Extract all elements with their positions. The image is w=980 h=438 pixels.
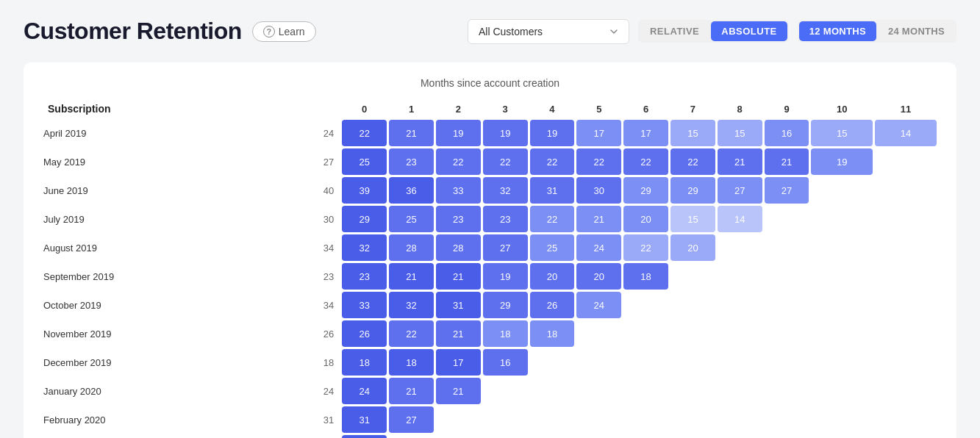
row-label: April 2019 <box>43 120 285 146</box>
cell-10-5 <box>576 406 621 433</box>
row-count: 24 <box>287 120 340 146</box>
cell-10-9 <box>765 406 809 433</box>
cell-11-4 <box>530 435 575 438</box>
row-count: 31 <box>287 406 340 433</box>
cell-1-3: 22 <box>483 148 528 175</box>
cell-11-7 <box>670 435 715 438</box>
cell-5-9 <box>765 263 809 290</box>
cell-2-0: 39 <box>342 177 387 204</box>
cell-4-9 <box>765 234 809 261</box>
table-row: April 201924222119191917171515161514 <box>43 120 937 146</box>
cell-11-11 <box>875 435 937 438</box>
cell-2-10 <box>811 177 873 204</box>
row-count: 24 <box>287 378 340 404</box>
cell-7-5 <box>576 320 621 347</box>
cell-10-10 <box>811 406 873 433</box>
24-months-toggle[interactable]: 24 MONTHS <box>878 21 955 41</box>
cell-11-5 <box>576 435 621 438</box>
cell-1-5: 22 <box>576 148 621 175</box>
cell-6-3: 29 <box>483 292 528 318</box>
relative-toggle[interactable]: RELATIVE <box>640 21 709 41</box>
row-count: 30 <box>287 206 340 232</box>
table-row: December 20191818181716 <box>43 349 937 376</box>
col-header-3: 3 <box>483 100 528 118</box>
cell-0-5: 17 <box>576 120 621 146</box>
cell-3-10 <box>811 206 873 232</box>
cell-7-4: 18 <box>530 320 575 347</box>
row-label: November 2019 <box>43 320 285 347</box>
cell-6-11 <box>875 292 937 318</box>
absolute-toggle[interactable]: ABSOLUTE <box>711 21 787 41</box>
cell-3-4: 22 <box>530 206 575 232</box>
learn-button[interactable]: ? Learn <box>252 21 316 42</box>
cell-4-7: 20 <box>670 234 715 261</box>
cell-0-7: 15 <box>670 120 715 146</box>
cell-8-6 <box>623 349 668 376</box>
cell-10-8 <box>718 406 762 433</box>
row-label: June 2019 <box>43 177 285 204</box>
cell-9-10 <box>811 378 873 404</box>
cell-3-6: 20 <box>623 206 668 232</box>
cell-4-0: 32 <box>342 234 387 261</box>
cell-3-0: 29 <box>342 206 387 232</box>
cell-11-3 <box>483 435 528 438</box>
cell-8-4 <box>530 349 575 376</box>
row-label: August 2019 <box>43 234 285 261</box>
table-row: November 2019262622211818 <box>43 320 937 347</box>
cell-5-7 <box>670 263 715 290</box>
cell-7-3: 18 <box>483 320 528 347</box>
customer-dropdown[interactable]: All Customers <box>468 19 629 44</box>
retention-table: Subscription 01234567891011 April 201924… <box>41 98 939 438</box>
cell-5-10 <box>811 263 873 290</box>
row-count: 29 <box>287 435 340 438</box>
cell-0-3: 19 <box>483 120 528 146</box>
header-left: Customer Retention ? Learn <box>24 18 316 45</box>
cell-3-1: 25 <box>389 206 434 232</box>
cell-10-4 <box>530 406 575 433</box>
cell-5-1: 21 <box>389 263 434 290</box>
cell-6-5: 24 <box>576 292 621 318</box>
row-label: February 2020 <box>43 406 285 433</box>
cell-2-6: 29 <box>623 177 668 204</box>
cell-1-7: 22 <box>670 148 715 175</box>
cell-5-6: 18 <box>623 263 668 290</box>
cell-11-2 <box>436 435 481 438</box>
cell-5-5: 20 <box>576 263 621 290</box>
cell-2-1: 36 <box>389 177 434 204</box>
cell-9-3 <box>483 378 528 404</box>
cell-5-4: 20 <box>530 263 575 290</box>
cell-6-1: 32 <box>389 292 434 318</box>
table-row: September 20192323212119202018 <box>43 263 937 290</box>
cell-11-8 <box>718 435 762 438</box>
row-count: 27 <box>287 148 340 175</box>
cell-7-11 <box>875 320 937 347</box>
question-icon: ? <box>263 26 275 37</box>
cell-0-9: 16 <box>765 120 809 146</box>
col-header-11: 11 <box>875 100 937 118</box>
table-row: March 20202929 <box>43 435 937 438</box>
chevron-down-icon <box>609 27 618 36</box>
cell-4-8 <box>718 234 762 261</box>
cell-1-0: 25 <box>342 148 387 175</box>
col-header-5: 5 <box>576 100 621 118</box>
cell-3-2: 23 <box>436 206 481 232</box>
page: Customer Retention ? Learn All Customers… <box>0 0 980 438</box>
cell-8-9 <box>765 349 809 376</box>
row-label: July 2019 <box>43 206 285 232</box>
cell-8-11 <box>875 349 937 376</box>
cell-4-4: 25 <box>530 234 575 261</box>
cell-1-6: 22 <box>623 148 668 175</box>
cell-2-3: 32 <box>483 177 528 204</box>
cell-8-7 <box>670 349 715 376</box>
cell-3-11 <box>875 206 937 232</box>
cell-0-1: 21 <box>389 120 434 146</box>
cell-4-10 <box>811 234 873 261</box>
view-toggle-group: RELATIVE ABSOLUTE <box>638 20 789 43</box>
12-months-toggle[interactable]: 12 MONTHS <box>799 21 876 41</box>
cell-10-2 <box>436 406 481 433</box>
cell-2-9: 27 <box>765 177 809 204</box>
learn-label: Learn <box>279 26 305 37</box>
cell-4-5: 24 <box>576 234 621 261</box>
cell-9-9 <box>765 378 809 404</box>
cell-2-7: 29 <box>670 177 715 204</box>
